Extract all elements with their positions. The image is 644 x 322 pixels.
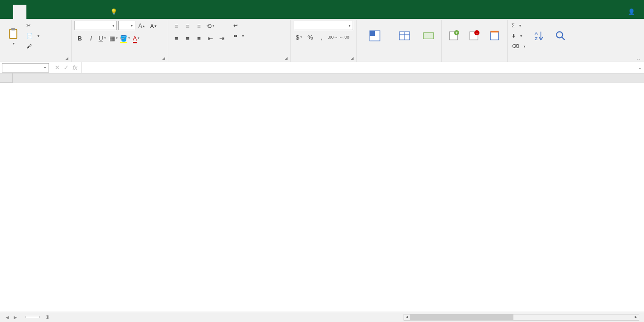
decrease-font-button[interactable]: A▼ (149, 21, 159, 31)
dialog-launcher-font[interactable]: ◢ (162, 56, 166, 61)
fill-button[interactable]: ⬇▼ (511, 31, 527, 40)
conditional-formatting-button[interactable] (360, 21, 390, 52)
table-icon (398, 30, 411, 42)
font-size-select[interactable]: ▼ (118, 21, 135, 30)
increase-indent-button[interactable]: ⇥ (216, 33, 227, 43)
format-as-table-button[interactable] (392, 21, 417, 52)
align-right-button[interactable]: ≡ (194, 33, 204, 43)
underline-button[interactable]: U▾ (97, 33, 107, 43)
horizontal-scrollbar[interactable]: ◄ ► (404, 314, 639, 321)
group-label-number (291, 54, 356, 62)
svg-text:+: + (455, 31, 458, 35)
dialog-launcher-alignment[interactable]: ◢ (284, 56, 289, 61)
clear-button[interactable]: ⌫▼ (511, 41, 527, 51)
font-name-select[interactable]: ▼ (74, 21, 117, 30)
autosum-button[interactable]: Σ▼ (511, 21, 527, 30)
increase-decimal-button[interactable]: .00→ (328, 32, 338, 42)
fill-icon: ⬇ (512, 33, 516, 39)
italic-button[interactable]: I (86, 33, 96, 43)
sheet-nav-first-icon[interactable]: ◄ (5, 314, 10, 320)
scroll-left-icon[interactable]: ◄ (404, 314, 410, 320)
merge-center-button[interactable]: ⬌▼ (232, 31, 246, 40)
dialog-launcher-number[interactable]: ◢ (350, 56, 355, 61)
select-all-corner[interactable] (0, 73, 13, 83)
tab-insert[interactable] (26, 5, 40, 19)
insert-cells-button[interactable]: + (445, 21, 462, 52)
cell-styles-button[interactable] (419, 21, 438, 52)
increase-font-button[interactable]: A▲ (137, 21, 147, 31)
tab-view[interactable] (92, 5, 106, 19)
sheet-tab-sheet1[interactable] (25, 316, 40, 318)
align-bottom-button[interactable]: ≡ (194, 21, 204, 31)
scissors-icon: ✂ (26, 23, 31, 29)
cut-button[interactable]: ✂ (25, 21, 41, 30)
tab-formulas[interactable] (53, 5, 66, 19)
bold-button[interactable]: B (74, 33, 85, 43)
ribbon: ▼ ✂ 📄▼ 🖌 ◢ ▼ ▼ A▲ A▼ B I U▾ ▦▾ (0, 19, 644, 62)
sort-icon: AZ (533, 30, 545, 42)
align-center-button[interactable]: ≡ (182, 33, 193, 43)
fx-icon[interactable]: fx (73, 64, 77, 71)
sort-filter-button[interactable]: AZ (529, 21, 549, 52)
decrease-decimal-button[interactable]: ←.00 (339, 32, 349, 42)
svg-rect-3 (370, 31, 375, 36)
find-select-button[interactable] (551, 21, 570, 52)
font-color-button[interactable]: A▾ (131, 33, 141, 43)
cf-icon (369, 30, 381, 42)
comma-button[interactable]: , (316, 32, 327, 42)
format-painter-button[interactable]: 🖌 (25, 41, 41, 51)
svg-text:A: A (535, 31, 538, 36)
group-label-alignment (168, 54, 290, 62)
enter-formula-icon[interactable]: ✓ (64, 64, 69, 71)
paste-button[interactable]: ▼ (3, 21, 24, 52)
add-sheet-button[interactable]: ⊕ (43, 313, 52, 322)
name-box[interactable]: ▼ (2, 63, 49, 72)
wrap-text-button[interactable]: ↩ (232, 21, 246, 30)
group-label-cells (442, 54, 507, 62)
percent-button[interactable]: % (305, 32, 315, 42)
group-label-editing (508, 54, 602, 62)
copy-button[interactable]: 📄▼ (25, 31, 41, 40)
sigma-icon: Σ (512, 23, 515, 28)
clipboard-icon (7, 28, 19, 40)
brush-icon: 🖌 (26, 43, 32, 49)
merge-icon: ⬌ (233, 33, 238, 39)
currency-button[interactable]: $▾ (294, 32, 304, 42)
tab-home[interactable] (13, 5, 26, 19)
insert-icon: + (447, 30, 460, 42)
spreadsheet-grid[interactable] (0, 73, 644, 312)
cancel-formula-icon[interactable]: ✕ (55, 64, 60, 71)
formula-input[interactable] (82, 63, 644, 72)
sheet-tab-bar: ◄ ► ⊕ ◄ ► (0, 312, 644, 322)
person-icon: 👤 (628, 8, 635, 15)
cellstyles-icon (422, 30, 435, 42)
number-format-select[interactable]: ▼ (294, 21, 353, 30)
scrollbar-thumb[interactable] (410, 314, 513, 320)
sheet-nav-prev-icon[interactable]: ► (13, 314, 18, 320)
tab-review[interactable] (79, 5, 92, 19)
scroll-right-icon[interactable]: ► (633, 314, 639, 320)
expand-formula-bar-button[interactable]: ⌄ (638, 65, 642, 70)
dialog-launcher-clipboard[interactable]: ◢ (65, 56, 70, 61)
tell-me[interactable]: 💡 (106, 5, 124, 19)
tab-data[interactable] (66, 5, 79, 19)
tab-file[interactable] (0, 5, 13, 19)
tab-pagelayout[interactable] (40, 5, 53, 19)
collapse-ribbon-button[interactable]: ︿ (636, 56, 641, 62)
align-middle-button[interactable]: ≡ (182, 21, 193, 31)
ribbon-tabs: 💡 👤 (0, 5, 644, 19)
align-top-button[interactable]: ≡ (171, 21, 182, 31)
fill-color-button[interactable]: 🪣▾ (120, 33, 130, 43)
orientation-button[interactable]: ⟲▾ (205, 21, 215, 31)
share-button[interactable]: 👤 (621, 5, 644, 19)
dropdown-arrow-icon: ▼ (12, 42, 16, 45)
delete-cells-button[interactable]: − (464, 21, 482, 52)
align-left-button[interactable]: ≡ (171, 33, 182, 43)
format-cells-button[interactable] (485, 21, 504, 52)
decrease-indent-button[interactable]: ⇤ (205, 33, 215, 43)
svg-rect-0 (9, 29, 17, 39)
borders-button[interactable]: ▦▾ (108, 33, 119, 43)
svg-rect-7 (423, 33, 434, 39)
title-bar (0, 0, 644, 5)
svg-line-18 (561, 37, 565, 40)
